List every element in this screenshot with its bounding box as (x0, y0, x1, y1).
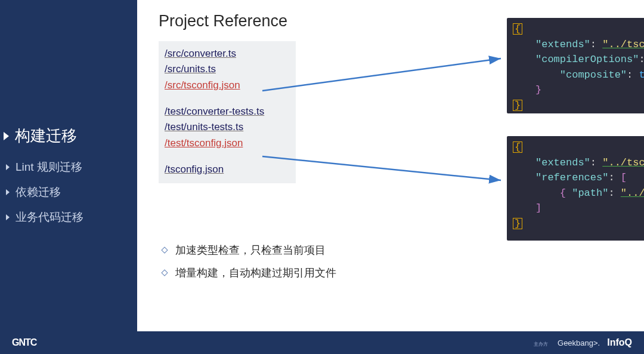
brace-icon: { (513, 141, 522, 153)
code-block-test-tsconfig: { "extends": "../tsconfig", "references"… (507, 136, 644, 241)
arrow-icon (259, 143, 510, 191)
bullet-item: 增量构建，自动构建过期引用文件 (162, 266, 626, 280)
diamond-icon (161, 270, 168, 276)
file-path-highlight: /src/tsconfig.json (165, 78, 287, 93)
file-path: /test/converter-tests.ts (165, 104, 287, 119)
json-key: "extends" (535, 39, 590, 50)
sidebar: 构建迁移 Lint 规则迁移 依赖迁移 业务代码迁移 (0, 0, 137, 354)
main-content: Project Reference /src/converter.ts /src… (137, 0, 644, 331)
json-value: true (639, 69, 644, 81)
bullet-list: 加速类型检查，只检查当前项目 增量构建，自动构建过期引用文件 (159, 243, 626, 280)
code-block-src-tsconfig: { "extends": "../tsconfig", "compilerOpt… (507, 18, 644, 113)
chevron-right-icon (6, 214, 10, 220)
spacer (165, 151, 287, 162)
brace-icon: } (513, 218, 522, 229)
file-list: /src/converter.ts /src/units.ts /src/tsc… (159, 41, 296, 183)
file-path: /src/units.ts (165, 61, 287, 77)
json-key: "composite" (560, 69, 627, 81)
json-key: "references" (535, 172, 608, 183)
json-value: "../src" (621, 187, 644, 199)
svg-line-1 (262, 156, 501, 180)
json-value: "../tsconfig" (602, 39, 644, 50)
bullet-text: 增量构建，自动构建过期引用文件 (175, 266, 336, 280)
bullet-text: 加速类型检查，只检查当前项目 (175, 243, 326, 257)
svg-line-0 (262, 59, 501, 91)
sidebar-item-deps[interactable]: 依赖迁移 (0, 180, 137, 205)
json-key: "path" (572, 187, 608, 199)
sidebar-item-lint[interactable]: Lint 规则迁移 (0, 155, 137, 180)
brace-icon: { (513, 23, 522, 35)
sidebar-item-label: Lint 规则迁移 (16, 159, 82, 175)
sidebar-item-label: 依赖迁移 (16, 184, 61, 200)
footer-label: 主办方 (534, 341, 548, 347)
footer: GNTC 主办方 Geekbang>. InfoQ (0, 331, 644, 354)
json-value: "../tsconfig" (602, 157, 644, 168)
sidebar-item-build[interactable]: 构建迁移 (0, 119, 137, 155)
arrow-icon (259, 54, 510, 101)
diamond-icon (161, 247, 168, 254)
bullet-item: 加速类型检查，只检查当前项目 (162, 243, 626, 257)
sidebar-item-biz[interactable]: 业务代码迁移 (0, 205, 137, 230)
logo-infoq: InfoQ (607, 337, 632, 348)
json-key: "compilerOptions" (535, 54, 639, 65)
brace-icon: } (513, 100, 522, 111)
chevron-right-icon (4, 132, 9, 140)
file-path-highlight: /test/tsconfig.json (165, 136, 287, 151)
chevron-right-icon (6, 189, 10, 195)
file-path: /test/units-tests.ts (165, 119, 287, 135)
file-path: /tsconfig.json (165, 162, 287, 177)
logo-gntc: GNTC (12, 337, 36, 348)
logo-geekbang: Geekbang>. (558, 338, 600, 347)
json-key: "extends" (535, 157, 590, 168)
file-path: /src/converter.ts (165, 46, 287, 61)
sidebar-item-label: 业务代码迁移 (16, 210, 83, 225)
spacer (165, 93, 287, 104)
chevron-right-icon (6, 164, 10, 170)
sidebar-item-label: 构建迁移 (15, 125, 77, 146)
